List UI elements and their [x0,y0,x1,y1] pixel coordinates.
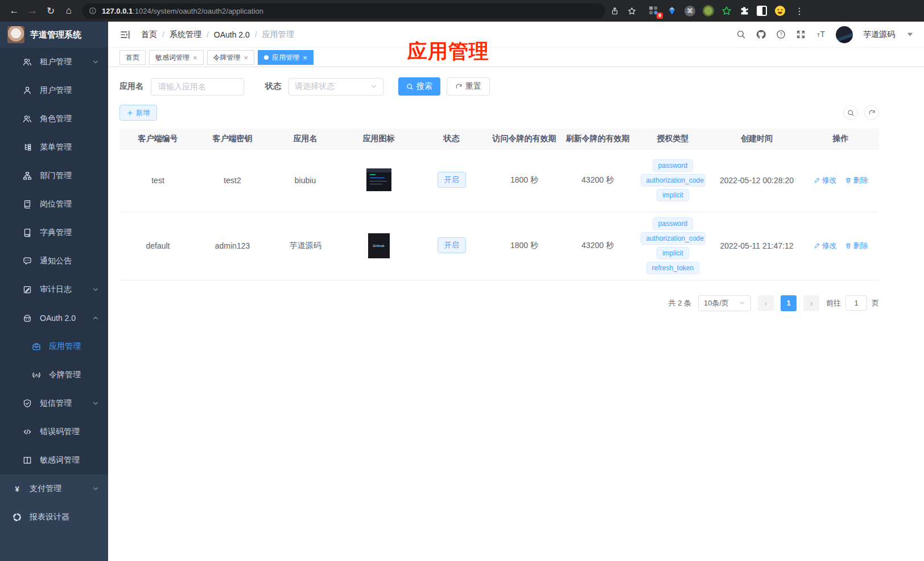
extension-tiles-icon[interactable]: 9 [649,6,659,16]
username[interactable]: 芋道源码 [863,30,895,40]
edit-link[interactable]: 修改 [814,175,837,185]
status-select[interactable]: 请选择状态 [288,78,383,96]
breadcrumb-home[interactable]: 首页 [141,30,157,40]
sidebar-item-audit-log[interactable]: 审计日志 [0,275,108,304]
col-client-id: 客户端编号 [119,129,196,149]
sidebar-item-report-designer[interactable]: 报表设计器 [0,503,108,531]
sidebar-item-dept[interactable]: 部门管理 [0,162,108,190]
github-icon[interactable] [756,30,766,39]
sidebar-item-dict[interactable]: 字典管理 [0,218,108,247]
cell-created: 2022-05-12 00:28:20 [711,149,802,212]
sidebar-item-label: 审计日志 [40,284,72,295]
tab-home[interactable]: 首页 [119,50,146,65]
status-badge[interactable]: 开启 [438,237,466,253]
reset-button[interactable]: 重置 [447,77,490,96]
navbar-actions: 芋道源码 [736,26,915,43]
delete-link[interactable]: 删除 [845,241,868,251]
user-avatar[interactable] [836,26,853,43]
tab-label: 敏感词管理 [155,53,189,63]
sidebar-item-menu[interactable]: 菜单管理 [0,133,108,162]
browser-back-button[interactable]: ← [6,2,23,19]
sidebar: 芋道管理系统 租户管理 用户管理 角色管理 菜单管理 部门管理 [0,22,108,561]
browser-forward-button[interactable]: → [24,2,41,19]
open-book-icon [23,456,32,465]
edit-log-icon [23,285,32,294]
refresh-table-button[interactable] [864,105,879,120]
cell-actions: 修改删除 [802,149,879,212]
edit-label: 修改 [822,175,837,185]
sidebar-fold-icon[interactable] [117,27,133,43]
table-header-row: 客户端编号 客户端密钥 应用名 应用图标 状态 访问令牌的有效期 刷新令牌的有效… [119,129,879,149]
sidebar-item-notice[interactable]: 通知公告 [0,247,108,275]
delete-link[interactable]: 删除 [845,175,868,185]
sidebar-item-user[interactable]: 用户管理 [0,76,108,105]
report-icon [13,513,22,522]
sidebar-item-post[interactable]: 岗位管理 [0,190,108,218]
extension-split-screen-icon[interactable] [757,6,767,16]
sidebar-item-oauth2-token[interactable]: 令牌管理 [0,361,108,389]
current-page-button[interactable]: 1 [781,295,797,311]
extensions-puzzle-icon[interactable] [739,6,749,16]
prev-page-button[interactable]: ‹ [758,295,774,311]
close-icon[interactable]: × [303,54,307,61]
app-name-input[interactable] [151,78,244,96]
sidebar-item-label: 敏感词管理 [40,455,80,465]
status-label: 状态 [265,81,281,92]
pencil-icon [814,177,820,184]
breadcrumb-oauth2[interactable]: OAuth 2.0 [214,30,250,39]
browser-menu-icon[interactable]: ⋮ [793,6,806,16]
browser-reload-button[interactable]: ↻ [42,2,59,19]
page-size-select[interactable]: 10条/页 [698,295,751,311]
cell-app-name: 芋道源码 [269,212,342,280]
extension-green-star-icon[interactable] [721,6,732,16]
fullscreen-icon[interactable] [796,30,806,39]
yen-icon [13,484,22,493]
search-icon[interactable] [736,30,746,39]
url-path: :1024/system/oauth2/oauth2/application [133,7,263,15]
app-logo[interactable]: 芋道管理系统 [0,22,108,48]
extension-green-dot-icon[interactable] [703,5,714,16]
tab-sensitive-word[interactable]: 敏感词管理 × [149,50,204,65]
add-button[interactable]: 新增 [119,105,157,121]
cell-status: 开启 [415,212,488,280]
tab-token[interactable]: 令牌管理 × [207,50,255,65]
font-size-icon[interactable] [816,30,826,39]
chevron-down-icon [92,286,99,293]
profile-emoji-avatar[interactable] [774,5,786,16]
sidebar-item-label: 字典管理 [40,228,72,238]
breadcrumb-system[interactable]: 系统管理 [170,30,201,40]
close-icon[interactable]: × [193,54,197,61]
toggle-search-button[interactable] [843,105,858,120]
sidebar-item-role[interactable]: 角色管理 [0,105,108,133]
close-icon[interactable]: × [244,54,249,61]
address-bar[interactable]: 127.0.0.1:1024/system/oauth2/oauth2/appl… [82,3,605,19]
delete-label: 删除 [853,241,868,251]
sidebar-item-oauth2-application[interactable]: 应用管理 [0,332,108,361]
goto-page-input[interactable] [845,295,867,311]
user-menu-caret-icon[interactable] [905,30,915,39]
browser-home-button[interactable]: ⌂ [60,2,77,19]
search-button[interactable]: 搜索 [398,77,440,96]
sidebar-item-payment[interactable]: 支付管理 [0,475,108,503]
status-badge[interactable]: 开启 [438,172,466,188]
site-info-icon[interactable] [89,7,97,15]
extension-gem-icon[interactable] [667,6,677,16]
sidebar-item-tenant[interactable]: 租户管理 [0,48,108,76]
bookmark-star-icon[interactable] [624,3,640,19]
share-icon[interactable] [607,3,622,19]
col-created: 创建时间 [711,129,802,149]
extension-command-icon[interactable]: ⌘ [684,6,695,16]
sidebar-item-sensitive-word[interactable]: 敏感词管理 [0,446,108,475]
url-text: 127.0.0.1:1024/system/oauth2/oauth2/appl… [102,7,263,15]
grant-type-tag: authorization_code [641,174,706,187]
sidebar-item-sms[interactable]: 短信管理 [0,389,108,418]
sidebar-item-oauth2[interactable]: OAuth 2.0 [0,304,108,332]
next-page-button[interactable]: › [803,295,819,311]
edit-link[interactable]: 修改 [814,241,837,251]
breadcrumb-separator: / [207,30,209,39]
tab-application-active[interactable]: 应用管理 × [258,50,314,65]
help-icon[interactable] [776,30,786,39]
users-icon [23,57,32,67]
refresh-icon [868,109,876,117]
sidebar-item-error-code[interactable]: 错误码管理 [0,418,108,446]
